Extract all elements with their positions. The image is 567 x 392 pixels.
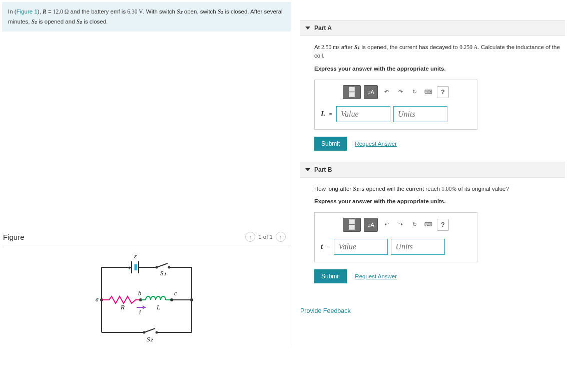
toolbar-b: μA ↶ ↷ ↻ ⌨ ? [321, 218, 471, 232]
part-b-body: How long after S₁ is opened will the cur… [300, 178, 565, 294]
toolbar-a: μA ↶ ↷ ↻ ⌨ ? [321, 85, 471, 99]
request-answer-link-b[interactable]: Request Answer [355, 273, 397, 279]
figure-heading: Figure [3, 233, 25, 241]
svg-point-20 [170, 298, 173, 301]
submit-button-b[interactable]: Submit [314, 269, 347, 283]
svg-text:a: a [96, 296, 99, 303]
svg-text:+: + [128, 265, 131, 271]
part-a-header[interactable]: Part A [300, 20, 565, 36]
reset-icon[interactable]: ↻ [409, 86, 420, 99]
svg-text:S₂: S₂ [147, 335, 153, 343]
part-a-body: At 2.50 ms after S₁ is opened, the curre… [300, 36, 565, 162]
undo-icon[interactable]: ↶ [381, 218, 392, 231]
part-a-prompt: At 2.50 ms after S₁ is opened, the curre… [314, 43, 565, 61]
svg-text:i: i [139, 309, 141, 316]
svg-line-8 [157, 263, 168, 267]
svg-line-29 [144, 328, 155, 332]
keyboard-icon[interactable]: ⌨ [423, 218, 434, 231]
reset-icon[interactable]: ↻ [409, 218, 420, 231]
value-input-a[interactable] [336, 106, 390, 122]
provide-feedback-link[interactable]: Provide Feedback [300, 307, 565, 314]
answer-box-b: μA ↶ ↷ ↻ ⌨ ? t = [314, 212, 477, 262]
figure-link[interactable]: Figure 1 [17, 9, 38, 15]
svg-text:c: c [174, 290, 177, 297]
units-input-a[interactable] [393, 106, 447, 122]
answer-box-a: μA ↶ ↷ ↻ ⌨ ? L = [314, 80, 477, 130]
units-input-b[interactable] [391, 239, 445, 255]
caret-down-icon [305, 168, 310, 171]
submit-button-a[interactable]: Submit [314, 137, 347, 151]
circuit-diagram: ε + S₁ a b R c [82, 252, 212, 347]
var-label-a: L [321, 110, 325, 118]
pager-text: 1 of 1 [258, 234, 273, 240]
part-b-prompt: How long after S₁ is opened will the cur… [314, 185, 565, 193]
redo-icon[interactable]: ↷ [395, 218, 406, 231]
problem-statement: In (Figure 1), R = 12.0 Ω and the batter… [2, 2, 291, 32]
caret-down-icon [305, 27, 310, 30]
help-button[interactable]: ? [437, 219, 449, 231]
part-b-instruction: Express your answer with the appropriate… [314, 198, 565, 204]
figure-pager: ‹ 1 of 1 › [245, 232, 286, 242]
svg-text:b: b [138, 290, 141, 297]
prev-figure-button[interactable]: ‹ [245, 232, 255, 242]
var-label-b: t [321, 243, 323, 251]
part-a-instruction: Express your answer with the appropriate… [314, 66, 565, 72]
svg-text:ε: ε [134, 252, 137, 260]
help-button[interactable]: ? [437, 86, 449, 98]
undo-icon[interactable]: ↶ [381, 86, 392, 99]
units-mu-a-button[interactable]: μA [364, 218, 378, 232]
fraction-icon[interactable] [343, 85, 361, 99]
value-input-b[interactable] [334, 239, 388, 255]
svg-text:S₁: S₁ [160, 269, 166, 277]
svg-text:R: R [120, 303, 125, 311]
redo-icon[interactable]: ↷ [395, 86, 406, 99]
next-figure-button[interactable]: › [276, 232, 286, 242]
part-b-header[interactable]: Part B [300, 162, 565, 178]
svg-point-21 [190, 298, 193, 301]
request-answer-link-a[interactable]: Request Answer [355, 141, 397, 147]
keyboard-icon[interactable]: ⌨ [423, 86, 434, 99]
svg-marker-25 [143, 305, 146, 309]
fraction-icon[interactable] [343, 218, 361, 232]
svg-text:L: L [156, 303, 160, 311]
units-mu-a-button[interactable]: μA [364, 85, 378, 99]
